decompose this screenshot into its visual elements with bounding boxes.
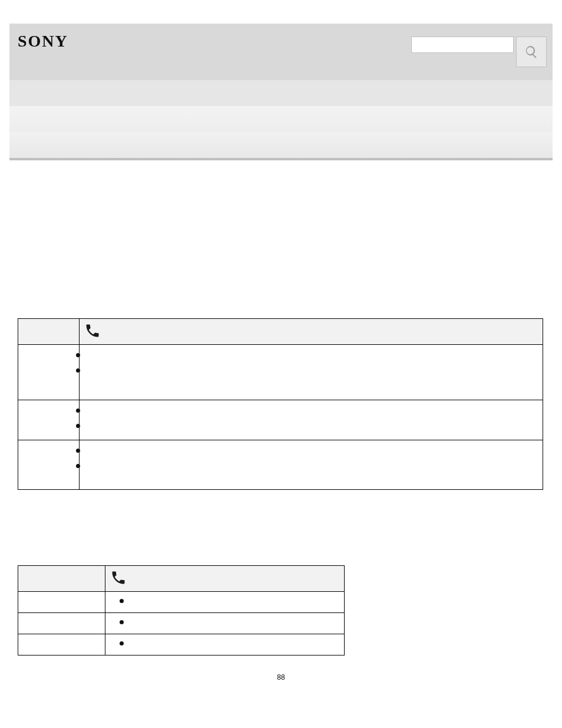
list-item [80, 405, 543, 420]
list-item [120, 638, 344, 650]
list-item [80, 460, 543, 476]
nav-band-1 [9, 106, 553, 132]
table-row [18, 592, 345, 613]
row-label [18, 613, 105, 634]
list-item [80, 445, 543, 460]
row-label [18, 592, 105, 613]
table-row [18, 345, 543, 400]
phone-icon [84, 322, 101, 339]
list-item [80, 365, 543, 380]
table-row [18, 440, 543, 490]
row-content [105, 613, 344, 634]
row-label [18, 345, 80, 400]
search-button[interactable] [516, 37, 547, 67]
subheader-band [9, 80, 553, 106]
list-item [120, 595, 344, 607]
nav-band-2 [9, 132, 553, 158]
sony-logo: Sony [18, 32, 68, 51]
table-header-left [18, 566, 105, 592]
row-content [105, 634, 344, 655]
table-header-right [79, 319, 543, 345]
search-input[interactable] [411, 37, 514, 53]
row-content [79, 400, 543, 440]
table-header-row [18, 319, 543, 345]
table-row [18, 613, 345, 634]
list-item [80, 350, 543, 365]
table-header-row [18, 566, 345, 592]
list-item [120, 617, 344, 628]
list-item [80, 420, 543, 436]
header-band: Sony [9, 24, 553, 80]
table-header-right [105, 566, 344, 592]
info-table-2 [18, 565, 345, 655]
phone-icon [110, 569, 127, 586]
info-table-1 [18, 318, 543, 490]
table-row [18, 400, 543, 440]
row-content [79, 440, 543, 490]
search-area [411, 37, 547, 67]
table-header-left [18, 319, 80, 345]
row-content [79, 345, 543, 400]
search-icon [524, 45, 538, 59]
page-number: 88 [18, 673, 544, 699]
page-content: 88 [18, 160, 544, 699]
row-label [18, 634, 105, 655]
row-label [18, 440, 80, 490]
row-content [105, 592, 344, 613]
table-row [18, 634, 345, 655]
row-label [18, 400, 80, 440]
